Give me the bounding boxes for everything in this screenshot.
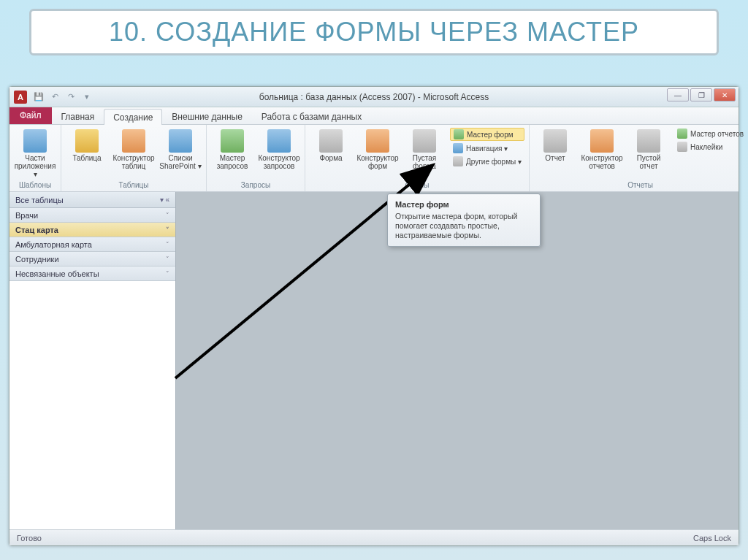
group-label: Отчеты (534, 180, 747, 190)
ribbon-icon (75, 129, 99, 153)
titlebar: A 💾 ↶ ↷ ▾ больница : база данных (Access… (9, 87, 739, 107)
nav-item-label: Врачи (15, 211, 38, 220)
nav-item-label: Сотрудники (15, 255, 59, 264)
slide-title: 10. СОЗДАНИЕ ФОРМЫ ЧЕРЕЗ МАСТЕР (29, 9, 719, 55)
tooltip-form-wizard: Мастер форм Открытие мастера форм, котор… (387, 193, 541, 247)
tooltip-body: Открытие мастера форм, который помогает … (395, 212, 533, 240)
ribbon-icon (319, 129, 343, 153)
ribbon-button-label: Пустая форма (403, 154, 446, 170)
ribbon-button-label: Конструктор отчетов (581, 154, 623, 170)
ribbon-button[interactable]: Конструктор форм (356, 128, 399, 170)
expand-icon[interactable]: ˅ (166, 226, 169, 234)
ribbon-small-button[interactable]: Мастер отчетов (674, 128, 747, 139)
nav-item[interactable]: Врачи˅ (9, 208, 175, 223)
ribbon-button[interactable]: Отчет (534, 128, 576, 162)
ribbon-group-отчеты: ОтчетКонструктор отчетовПустой отчетМаст… (530, 125, 748, 191)
nav-item-label: Стац карта (15, 226, 58, 234)
nav-item[interactable]: Несвязанные объекты˅ (9, 266, 175, 281)
tab-главная[interactable]: Главная (52, 108, 104, 124)
ribbon-icon (23, 129, 47, 153)
ribbon-button[interactable]: Форма (310, 128, 352, 162)
content-area: Все таблицы ▾ « Врачи˅Стац карта˅Амбулат… (9, 192, 739, 529)
qat-more-icon[interactable]: ▾ (81, 91, 93, 103)
ribbon-button-label: Мастер запросов (211, 154, 253, 170)
ribbon-button-label: Пустой отчет (627, 154, 670, 170)
tab-создание[interactable]: Создание (104, 109, 162, 125)
ribbon-button[interactable]: Пустая форма (403, 128, 446, 170)
window-controls: — ❐ ✕ (667, 88, 736, 101)
tab-внешние данные[interactable]: Внешние данные (162, 108, 252, 124)
ribbon-button[interactable]: Конструктор таблиц (112, 128, 155, 170)
ribbon-button-label: Конструктор таблиц (112, 154, 155, 170)
ribbon-small-button[interactable]: Навигация ▾ (450, 142, 524, 154)
ribbon-group-шаблоны: Части приложения ▾Шаблоны (9, 125, 61, 191)
ribbon-icon (267, 129, 291, 153)
status-left: Готово (17, 534, 42, 542)
ribbon-group-таблицы: ТаблицаКонструктор таблицСписки SharePoi… (61, 125, 207, 191)
ribbon-small-icon (454, 129, 464, 139)
nav-header-label: Все таблицы (15, 196, 64, 204)
tab-file[interactable]: Файл (9, 107, 52, 124)
undo-icon[interactable]: ↶ (49, 91, 61, 103)
ribbon-button[interactable]: Части приложения ▾ (14, 128, 56, 178)
nav-header[interactable]: Все таблицы ▾ « (9, 192, 175, 208)
ribbon-group-формы: ФормаКонструктор формПустая формаМастер … (305, 125, 530, 191)
ribbon-small-icon (677, 129, 687, 139)
ribbon-button-label: Списки SharePoint ▾ (159, 154, 202, 170)
app-logo[interactable]: A (14, 91, 27, 104)
ribbon-button[interactable]: Конструктор отчетов (581, 128, 623, 170)
ribbon-icon (413, 129, 436, 153)
group-label: Таблицы (66, 180, 202, 190)
nav-collapse-icon[interactable]: ▾ « (160, 196, 169, 204)
statusbar: Готово Caps Lock (9, 529, 739, 545)
ribbon-button-label: Конструктор форм (356, 154, 399, 170)
redo-icon[interactable]: ↷ (65, 91, 77, 103)
ribbon-button[interactable]: Мастер запросов (211, 128, 253, 170)
ribbon-button-label: Форма (319, 154, 342, 162)
ribbon-small-label: Наклейки (690, 143, 722, 151)
tab-работа с базами данных[interactable]: Работа с базами данных (252, 108, 371, 124)
expand-icon[interactable]: ˅ (166, 241, 169, 248)
ribbon-small-icon (453, 156, 463, 166)
ribbon-button[interactable]: Списки SharePoint ▾ (159, 128, 202, 170)
ribbon-small-button[interactable]: Другие формы ▾ (450, 156, 524, 167)
ribbon-icon (169, 129, 192, 153)
ribbon-button[interactable]: Пустой отчет (627, 128, 670, 170)
ribbon-button-label: Таблица (72, 154, 101, 162)
ribbon-small-label: Другие формы ▾ (466, 158, 522, 166)
expand-icon[interactable]: ˅ (166, 256, 169, 263)
nav-item-label: Амбулаторная карта (15, 240, 92, 249)
ribbon-small-label: Мастер форм (467, 131, 514, 139)
maximize-button[interactable]: ❐ (690, 88, 712, 101)
ribbon-icon (637, 129, 660, 153)
nav-item[interactable]: Сотрудники˅ (9, 252, 175, 266)
ribbon-small-icon (453, 143, 463, 153)
nav-item[interactable]: Амбулаторная карта˅ (9, 237, 175, 252)
ribbon-small-button[interactable]: Наклейки (674, 141, 747, 153)
ribbon-group-запросы: Мастер запросовКонструктор запросовЗапро… (207, 125, 305, 191)
ribbon-icon (221, 129, 244, 153)
tooltip-title: Мастер форм (395, 200, 533, 209)
group-label: Шаблоны (14, 180, 56, 190)
ribbon-button[interactable]: Таблица (66, 128, 108, 162)
nav-item-label: Несвязанные объекты (15, 269, 99, 278)
status-right: Caps Lock (693, 534, 731, 542)
ribbon-tabs: Файл ГлавнаяСозданиеВнешние данныеРабота… (9, 107, 739, 125)
group-label: Формы (310, 180, 524, 190)
ribbon-icon (122, 129, 145, 153)
nav-item[interactable]: Стац карта˅ (9, 223, 175, 237)
ribbon-small-button[interactable]: Мастер форм (450, 128, 524, 141)
save-icon[interactable]: 💾 (33, 91, 45, 103)
quick-access-toolbar: 💾 ↶ ↷ ▾ (33, 91, 93, 103)
ribbon-small-label: Навигация ▾ (466, 145, 508, 153)
ribbon-icon (590, 129, 614, 153)
expand-icon[interactable]: ˅ (166, 212, 169, 219)
window-title: больница : база данных (Access 2007) - M… (9, 92, 739, 102)
ribbon-button-label: Отчет (545, 154, 565, 162)
ribbon: Части приложения ▾ШаблоныТаблицаКонструк… (9, 125, 739, 192)
minimize-button[interactable]: — (667, 88, 689, 101)
close-button[interactable]: ✕ (714, 88, 736, 101)
ribbon-button[interactable]: Конструктор запросов (258, 128, 300, 170)
ribbon-icon (543, 129, 567, 153)
expand-icon[interactable]: ˅ (166, 270, 169, 277)
